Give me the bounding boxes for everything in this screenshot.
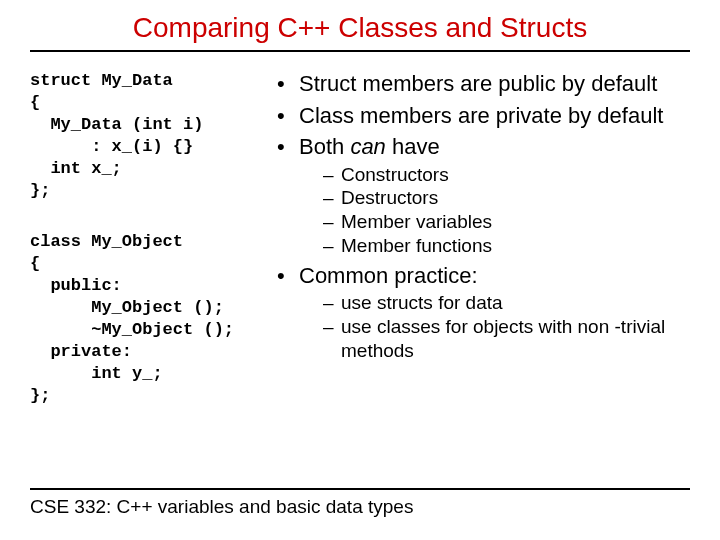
bullet-item: Common practice: use structs for data us…	[275, 262, 690, 363]
sub-bullet-item: Member functions	[299, 234, 690, 258]
bullet-column: Struct members are public by default Cla…	[275, 70, 690, 407]
slide-footer: CSE 332: C++ variables and basic data ty…	[30, 488, 690, 518]
sub-bullet-list: Constructors Destructors Member variable…	[299, 163, 690, 258]
sub-bullet-item: Constructors	[299, 163, 690, 187]
sub-bullet-item: Member variables	[299, 210, 690, 234]
sub-bullet-item: use structs for data	[299, 291, 690, 315]
code-column: struct My_Data { My_Data (int i) : x_(i)…	[30, 70, 265, 407]
bullet-item: Struct members are public by default	[275, 70, 690, 98]
bullet-text: have	[386, 134, 440, 159]
code-struct: struct My_Data { My_Data (int i) : x_(i)…	[30, 70, 265, 203]
bullet-text: Both	[299, 134, 350, 159]
sub-bullet-list: use structs for data use classes for obj…	[299, 291, 690, 362]
bullet-item: Class members are private by default	[275, 102, 690, 130]
sub-bullet-item: Destructors	[299, 186, 690, 210]
bullet-item: Both can have Constructors Destructors M…	[275, 133, 690, 258]
sub-bullet-item: use classes for objects with non -trivia…	[299, 315, 690, 363]
slide-title: Comparing C++ Classes and Structs	[30, 12, 690, 52]
slide-content: struct My_Data { My_Data (int i) : x_(i)…	[30, 70, 690, 407]
bullet-list: Struct members are public by default Cla…	[275, 70, 690, 362]
code-class: class My_Object { public: My_Object (); …	[30, 231, 265, 408]
bullet-emph: can	[350, 134, 385, 159]
bullet-text: Common practice:	[299, 263, 478, 288]
